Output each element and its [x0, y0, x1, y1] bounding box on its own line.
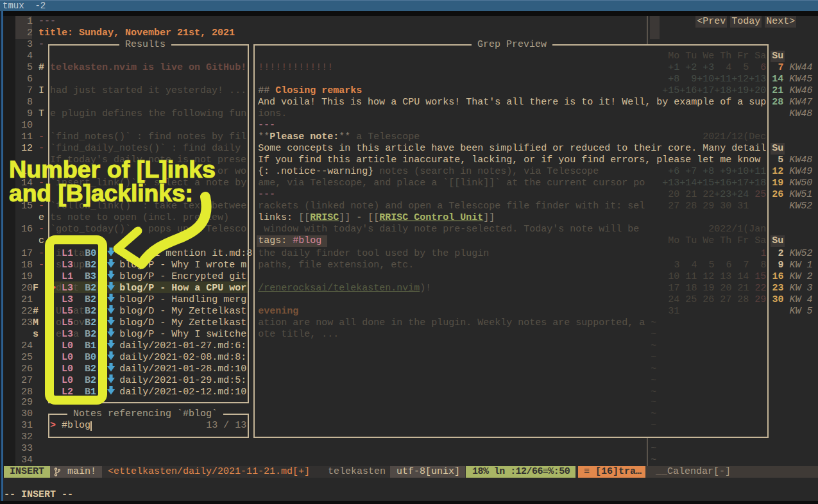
svg-text:and [B]acklinks:: and [B]acklinks: — [9, 180, 193, 206]
svg-text:Number of [L]inks: Number of [L]inks — [9, 156, 216, 183]
